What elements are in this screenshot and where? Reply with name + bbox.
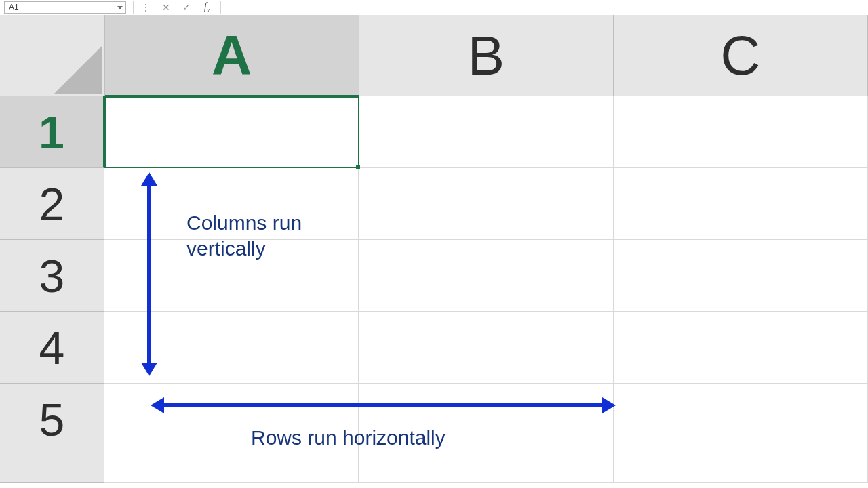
cell-C4[interactable] [614, 312, 868, 384]
column-header-B[interactable]: B [359, 15, 614, 96]
svg-marker-0 [54, 46, 102, 94]
cell-C5[interactable] [614, 384, 868, 455]
cell-A4[interactable] [104, 312, 359, 384]
cell-A3[interactable] [104, 240, 359, 312]
spreadsheet-grid: A B C 1 2 3 4 5 [0, 15, 868, 488]
cell-B6[interactable] [359, 455, 613, 483]
enter-icon[interactable]: ✓ [181, 3, 192, 12]
more-icon[interactable]: ⋮ [140, 3, 151, 12]
column-header-A[interactable]: A [105, 15, 359, 96]
cell-A2[interactable] [104, 168, 359, 240]
column-header-row: A B C [0, 15, 868, 96]
name-box[interactable]: A1 [4, 1, 126, 14]
cell-C2[interactable] [614, 168, 868, 240]
formula-bar-icons: ⋮ ✕ ✓ fx [140, 2, 212, 14]
row-header-6[interactable] [0, 455, 104, 483]
row-2: 2 [0, 168, 868, 240]
cell-A5[interactable] [104, 384, 359, 455]
cell-B4[interactable] [359, 312, 613, 384]
chevron-down-icon[interactable] [117, 6, 123, 9]
column-header-C[interactable]: C [614, 15, 868, 96]
row-header-4[interactable]: 4 [0, 312, 104, 384]
cell-A6[interactable] [104, 455, 359, 483]
divider [133, 1, 134, 14]
rows-container: 1 2 3 4 5 [0, 96, 868, 483]
row-5: 5 [0, 384, 868, 455]
cancel-icon[interactable]: ✕ [161, 3, 172, 12]
formula-bar: A1 ⋮ ✕ ✓ fx [0, 0, 868, 16]
row-1: 1 [0, 96, 868, 168]
row-3: 3 [0, 240, 868, 312]
cell-B1[interactable] [359, 96, 613, 168]
cell-B5[interactable] [359, 384, 613, 455]
cell-C3[interactable] [614, 240, 868, 312]
insert-function-icon[interactable]: fx [201, 2, 212, 14]
cell-C1[interactable] [614, 96, 868, 168]
select-all-triangle-icon [54, 46, 102, 94]
cell-B2[interactable] [359, 168, 613, 240]
cell-B3[interactable] [359, 240, 613, 312]
row-header-5[interactable]: 5 [0, 384, 104, 455]
cell-A1[interactable] [104, 96, 359, 168]
row-6-partial [0, 455, 868, 483]
divider [220, 1, 221, 14]
select-all-corner[interactable] [0, 15, 105, 97]
row-4: 4 [0, 312, 868, 384]
cell-C6[interactable] [614, 455, 868, 483]
row-header-2[interactable]: 2 [0, 168, 104, 240]
row-header-3[interactable]: 3 [0, 240, 104, 312]
row-header-1[interactable]: 1 [0, 96, 104, 168]
formula-input[interactable] [226, 1, 868, 14]
name-box-value: A1 [9, 3, 19, 12]
